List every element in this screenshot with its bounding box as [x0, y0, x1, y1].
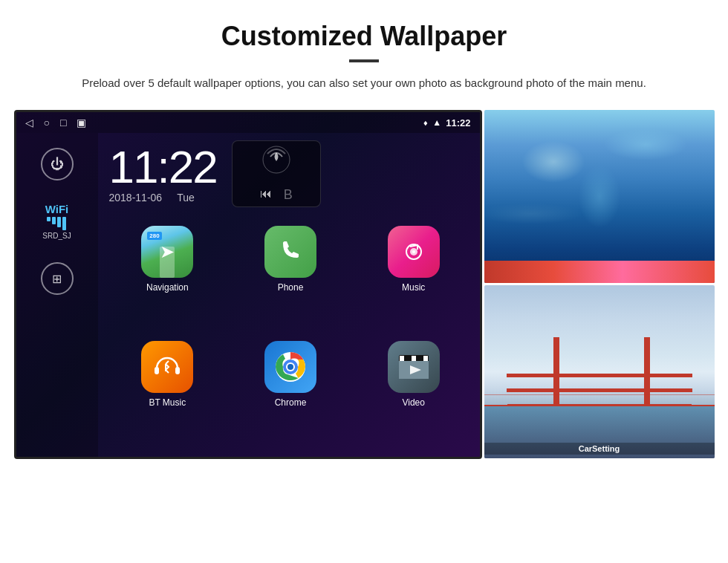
- status-bar: ◁ ○ □ ▣ ⬧ ▲ 11:22: [16, 112, 480, 133]
- btmusic-icon: [141, 341, 193, 393]
- wifi-network: SRD_SJ: [42, 232, 71, 240]
- wallpaper-previews: CarSetting: [484, 110, 715, 458]
- page-title: Customized Wallpaper: [221, 21, 507, 52]
- chrome-icon: [264, 341, 316, 393]
- nav-badge: 280: [147, 232, 161, 240]
- svg-point-9: [287, 364, 293, 370]
- wifi-widget: WiFi SRD_SJ: [42, 203, 71, 240]
- device-area: ◁ ○ □ ▣ ⬧ ▲ 11:22 ⏻ WiFi: [45, 110, 683, 459]
- video-icon: [388, 341, 440, 393]
- bridge-tower-left: [553, 337, 559, 406]
- app-label-btmusic: BT Music: [149, 397, 186, 408]
- svg-rect-4: [155, 367, 159, 374]
- home-icon[interactable]: ○: [44, 117, 50, 128]
- app-chrome[interactable]: Chrome: [232, 341, 349, 450]
- prev-button[interactable]: ⏮: [260, 187, 272, 203]
- phone-icon: [264, 226, 316, 278]
- media-widget: ⏮ B: [232, 140, 321, 207]
- status-right: ⬧ ▲ 11:22: [423, 117, 470, 128]
- bridge-deck: [484, 405, 715, 406]
- next-placeholder: B: [284, 187, 293, 203]
- wifi-bar-2: [52, 217, 56, 224]
- clock-date: 2018-11-06 Tue: [109, 192, 217, 204]
- app-music[interactable]: Music: [355, 226, 472, 335]
- wallpaper-bridge[interactable]: CarSetting: [484, 285, 715, 458]
- bridge-tower-right: [644, 337, 650, 406]
- title-divider: [349, 59, 379, 62]
- app-phone[interactable]: Phone: [232, 226, 349, 335]
- carsetting-label: CarSetting: [484, 443, 715, 455]
- ice-cave-bg: [484, 110, 715, 283]
- app-label-navigation: Navigation: [146, 282, 189, 293]
- wifi-bar-1: [47, 217, 51, 221]
- screenshot-icon[interactable]: ▣: [77, 117, 86, 128]
- svg-point-3: [412, 250, 415, 253]
- svg-rect-5: [175, 367, 180, 374]
- navigation-icon: 280 ➤: [141, 226, 193, 278]
- clock-date-value: 2018-11-06: [109, 192, 163, 204]
- clapper: [399, 355, 429, 379]
- app-label-video: Video: [402, 397, 424, 408]
- clock-day: Tue: [177, 192, 195, 204]
- bridge-cable-1: [484, 394, 715, 395]
- android-screen: ◁ ○ □ ▣ ⬧ ▲ 11:22 ⏻ WiFi: [14, 110, 482, 459]
- clock-main: 11:22 2018-11-06 Tue: [109, 144, 217, 204]
- clock-time: 11:22: [109, 144, 217, 190]
- app-video[interactable]: Video: [355, 341, 472, 450]
- app-btmusic[interactable]: BT Music: [109, 341, 227, 450]
- clock-area: 11:22 2018-11-06 Tue: [109, 140, 472, 215]
- status-time: 11:22: [446, 117, 470, 128]
- nav-arrow: ➤: [160, 241, 175, 262]
- bridge-bg: [484, 285, 715, 458]
- clapper-body: [399, 361, 429, 379]
- app-grid: 280 ➤ Navigation: [109, 226, 472, 449]
- location-icon: ⬧: [423, 117, 428, 128]
- app-label-music: Music: [402, 282, 425, 293]
- app-navigation[interactable]: 280 ➤ Navigation: [109, 226, 227, 335]
- recents-icon[interactable]: □: [60, 117, 66, 128]
- power-button[interactable]: ⏻: [41, 148, 74, 180]
- signal-icon: ▲: [432, 117, 441, 128]
- sidebar: ⏻ WiFi SRD_SJ ⊞: [16, 133, 98, 457]
- media-icon: [261, 145, 291, 181]
- ice-cave-bottom-bar: [484, 261, 715, 283]
- wifi-label: WiFi: [42, 203, 71, 215]
- app-label-chrome: Chrome: [275, 397, 307, 408]
- page-description: Preload over 5 default wallpaper options…: [82, 74, 646, 92]
- wifi-bars: [42, 217, 71, 230]
- apps-button[interactable]: ⊞: [41, 262, 74, 295]
- wifi-bar-3: [57, 217, 61, 227]
- nav-icons: ◁ ○ □ ▣: [25, 117, 87, 128]
- back-icon[interactable]: ◁: [25, 117, 33, 128]
- media-controls: ⏮ B: [260, 187, 293, 203]
- music-icon: [388, 226, 440, 278]
- wallpaper-ice-cave[interactable]: [484, 110, 715, 283]
- screen-content: ⏻ WiFi SRD_SJ ⊞: [16, 133, 480, 457]
- center-content: 11:22 2018-11-06 Tue: [98, 133, 480, 457]
- wifi-bar-4: [62, 217, 66, 230]
- app-label-phone: Phone: [278, 282, 304, 293]
